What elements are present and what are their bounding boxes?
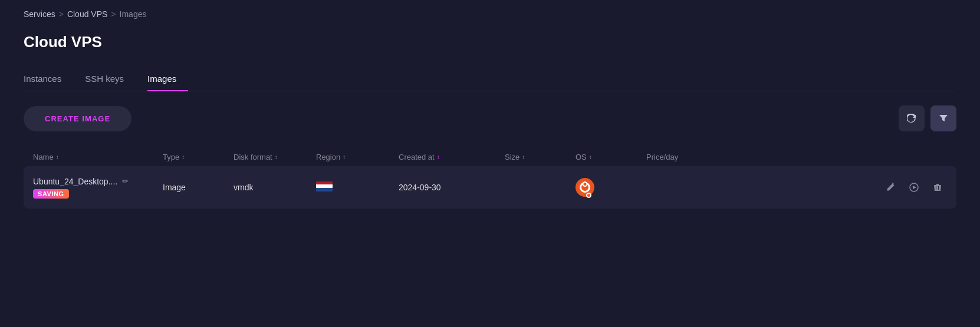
table-container: Name ↕ Type ↕ Disk format ↕ Region ↕ Cre…: [24, 148, 956, 209]
saving-badge: SAVING: [33, 189, 69, 199]
breadcrumb-sep1: >: [59, 9, 64, 19]
edit-name-icon[interactable]: ✏: [122, 177, 129, 186]
col-price-day: Price/day: [646, 153, 947, 161]
sort-type-icon: ↕: [182, 154, 185, 160]
sort-size-icon: ↕: [522, 154, 525, 160]
breadcrumb-cloudvps[interactable]: Cloud VPS: [67, 9, 107, 19]
disk-format-cell: vmdk: [234, 183, 316, 192]
refresh-icon: [907, 114, 916, 123]
refresh-button[interactable]: [899, 105, 925, 131]
os-cell: [575, 178, 646, 197]
edit-image-button[interactable]: [881, 178, 900, 197]
trash-icon: [933, 183, 942, 192]
page-title: Cloud VPS: [24, 33, 956, 51]
sort-disk-icon: ↕: [275, 154, 278, 160]
sort-name-icon: ↕: [56, 154, 59, 160]
name-cell: Ubuntu_24_Desktop.... ✏ SAVING: [33, 177, 163, 199]
col-size[interactable]: Size ↕: [505, 153, 575, 161]
row-actions: [646, 178, 947, 197]
col-name[interactable]: Name ↕: [33, 153, 163, 161]
type-cell: Image: [163, 183, 234, 192]
sort-created-icon: ↕: [437, 154, 440, 160]
breadcrumb-current: Images: [120, 9, 147, 19]
tabs-nav: Instances SSH keys Images: [24, 68, 956, 91]
toolbar-actions: [899, 105, 956, 131]
ubuntu-inner: [580, 182, 590, 193]
image-name: Ubuntu_24_Desktop....: [33, 177, 117, 186]
page-container: Services > Cloud VPS > Images Cloud VPS …: [0, 0, 980, 220]
table-row: Ubuntu_24_Desktop.... ✏ SAVING Image vmd…: [24, 166, 956, 209]
breadcrumb-sep2: >: [111, 9, 116, 19]
sort-os-icon: ↕: [589, 154, 592, 160]
col-created-at[interactable]: Created at ↕: [399, 153, 505, 161]
name-row: Ubuntu_24_Desktop.... ✏: [33, 177, 163, 186]
play-image-button[interactable]: [905, 178, 923, 197]
create-image-button[interactable]: CREATE IMAGE: [24, 106, 131, 131]
filter-icon: [939, 114, 948, 123]
ubuntu-os-icon: [575, 178, 594, 197]
created-at-cell: 2024-09-30: [399, 183, 505, 192]
toolbar: CREATE IMAGE: [24, 105, 956, 131]
col-disk-format[interactable]: Disk format ↕: [234, 153, 316, 161]
delete-image-button[interactable]: [928, 178, 947, 197]
tab-instances[interactable]: Instances: [24, 68, 73, 91]
table-header: Name ↕ Type ↕ Disk format ↕ Region ↕ Cre…: [24, 148, 956, 166]
col-type[interactable]: Type ↕: [163, 153, 234, 161]
svg-marker-1: [913, 186, 916, 189]
filter-button[interactable]: [930, 105, 956, 131]
region-cell: [316, 181, 399, 194]
play-icon: [909, 183, 919, 192]
col-region[interactable]: Region ↕: [316, 153, 399, 161]
tab-images[interactable]: Images: [147, 68, 188, 91]
pencil-icon: [886, 183, 895, 192]
breadcrumb: Services > Cloud VPS > Images: [24, 9, 956, 19]
col-os[interactable]: OS ↕: [575, 153, 646, 161]
sort-region-icon: ↕: [343, 154, 346, 160]
tab-ssh-keys[interactable]: SSH keys: [85, 68, 136, 91]
breadcrumb-services[interactable]: Services: [24, 9, 55, 19]
flag-netherlands: [316, 181, 333, 192]
